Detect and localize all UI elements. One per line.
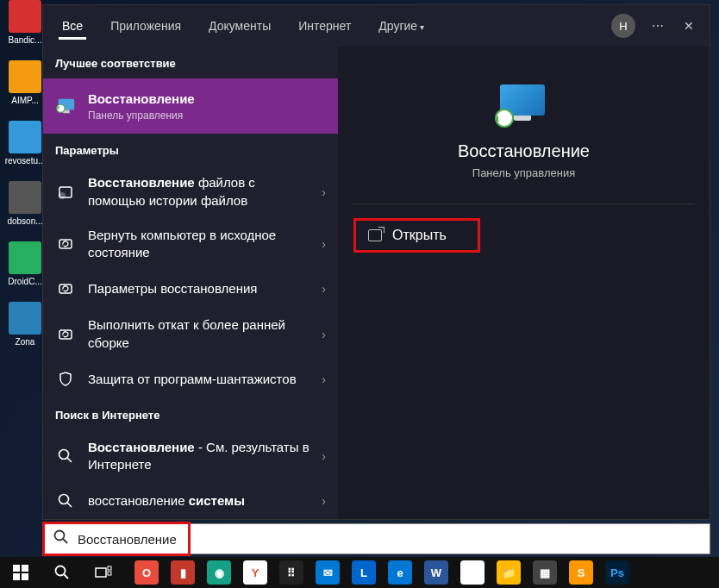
preview-icon — [500, 84, 548, 126]
app-icon — [9, 241, 41, 274]
preview-pane: Восстановление Панель управления Открыть — [338, 47, 710, 519]
desktop-icon[interactable]: dobson... — [8, 181, 42, 226]
section-best-match: Лучшее соответствие — [43, 47, 338, 78]
svg-line-23 — [64, 574, 68, 579]
app-icon — [9, 181, 41, 214]
svg-line-9 — [67, 458, 72, 462]
svg-rect-24 — [96, 568, 106, 577]
tab-apps[interactable]: Приложения — [98, 12, 193, 40]
desktop-icon[interactable]: AIMP... — [8, 60, 42, 105]
search-icon — [55, 446, 76, 466]
web-result-item[interactable]: Восстановление - См. результаты в Интерн… — [43, 430, 338, 483]
chevron-right-icon: › — [322, 185, 326, 199]
best-match-item[interactable]: Восстановление Панель управления — [43, 78, 338, 134]
param-text: Параметры восстановления — [88, 280, 309, 297]
taskbar-app-chrome[interactable]: ◎ — [460, 560, 485, 585]
desktop-icon[interactable]: Zona — [8, 302, 42, 347]
taskbar-app-explorer[interactable]: 📁 — [497, 560, 521, 585]
task-view-button[interactable] — [86, 560, 121, 585]
open-button[interactable]: Открыть — [353, 218, 480, 253]
svg-rect-19 — [22, 565, 28, 572]
param-item[interactable]: Вернуть компьютер в исходное состояние › — [43, 218, 338, 271]
app-icon — [9, 60, 41, 93]
taskbar-app-grid[interactable]: ⠿ — [279, 560, 303, 585]
best-match-text: Восстановление Панель управления — [88, 91, 326, 122]
recovery-icon — [55, 96, 76, 116]
svg-rect-21 — [22, 573, 28, 580]
app-label: dobson... — [4, 216, 46, 226]
svg-point-16 — [55, 530, 65, 540]
shield-icon — [55, 369, 76, 390]
desktop-icon[interactable]: revosetu... — [8, 121, 42, 166]
app-label: Bandic... — [4, 35, 46, 45]
divider — [353, 203, 695, 204]
svg-rect-25 — [108, 566, 111, 570]
svg-line-17 — [63, 539, 67, 543]
chevron-right-icon: › — [322, 282, 326, 296]
section-web-search: Поиск в Интернете — [43, 398, 338, 430]
taskbar-app-l-app[interactable]: L — [352, 560, 376, 585]
param-item[interactable]: Восстановление файлов с помощью истории … — [43, 166, 338, 218]
param-item[interactable]: Выполнить откат к более ранней сборке › — [43, 308, 338, 360]
web-result-item[interactable]: восстановление системы › — [43, 482, 338, 519]
chevron-right-icon: › — [322, 237, 326, 251]
taskbar-app-files[interactable]: ▮ — [171, 560, 195, 585]
open-label: Открыть — [392, 228, 447, 243]
web-result-text: Восстановление - См. результаты в Интерн… — [88, 439, 309, 474]
param-text: Восстановление файлов с помощью истории … — [88, 174, 309, 210]
close-button[interactable]: ✕ — [675, 12, 703, 40]
taskbar-app-sublime[interactable]: S — [569, 560, 593, 585]
svg-line-11 — [67, 503, 72, 507]
search-bar[interactable] — [42, 523, 710, 554]
taskbar-app-ps[interactable]: Ps — [605, 560, 629, 585]
app-label: Zona — [4, 337, 46, 347]
open-icon — [368, 229, 382, 241]
search-icon — [53, 529, 69, 549]
best-match-title: Восстановление — [88, 91, 195, 106]
svg-point-4 — [59, 192, 66, 199]
param-item[interactable]: Защита от программ-шантажистов › — [43, 360, 338, 398]
reset-icon — [55, 278, 76, 299]
param-text: Защита от программ-шантажистов — [88, 371, 309, 388]
taskbar-app-word[interactable]: W — [424, 560, 448, 585]
tab-web[interactable]: Интернет — [286, 12, 363, 40]
search-icon — [55, 491, 76, 511]
taskbar-app-opera[interactable]: O — [134, 560, 159, 585]
svg-rect-26 — [108, 572, 111, 575]
best-match-sub: Панель управления — [88, 109, 326, 122]
chevron-right-icon: › — [322, 494, 326, 508]
search-tabs: Все Приложения Документы Интернет Другие… — [43, 5, 710, 47]
taskbar-app-yandex[interactable]: Y — [243, 560, 267, 585]
search-content: Лучшее соответствие Восстановление Панел… — [43, 47, 710, 519]
taskbar-app-swirl[interactable]: ◉ — [207, 560, 231, 585]
search-input[interactable] — [78, 532, 699, 547]
taskbar-app-mail[interactable]: ✉ — [316, 560, 340, 585]
more-options-button[interactable]: ⋯ — [644, 12, 672, 40]
svg-rect-20 — [13, 573, 20, 580]
taskbar-search-button[interactable] — [45, 560, 79, 585]
search-panel: Все Приложения Документы Интернет Другие… — [42, 4, 710, 520]
app-icon — [9, 0, 41, 33]
svg-point-10 — [59, 495, 69, 504]
start-button[interactable] — [3, 560, 38, 585]
taskbar-app-ie[interactable]: e — [388, 560, 412, 585]
svg-rect-18 — [13, 565, 20, 572]
tab-all[interactable]: Все — [50, 12, 95, 40]
tab-more[interactable]: Другие — [366, 12, 436, 40]
tab-docs[interactable]: Документы — [197, 12, 283, 40]
svg-point-8 — [59, 450, 69, 460]
chevron-right-icon: › — [322, 449, 326, 463]
taskbar-app-dark[interactable]: ▦ — [533, 560, 557, 585]
param-text: Вернуть компьютер в исходное состояние — [88, 227, 309, 262]
app-label: AIMP... — [4, 96, 46, 105]
param-item[interactable]: Параметры восстановления › — [43, 270, 338, 308]
desktop-icon[interactable]: Bandic... — [8, 0, 42, 45]
app-icon — [9, 121, 41, 153]
reset-icon — [55, 234, 76, 254]
svg-point-22 — [56, 566, 66, 576]
desktop-icon[interactable]: DroidC... — [8, 241, 42, 286]
user-avatar[interactable]: Н — [611, 14, 635, 38]
chevron-right-icon: › — [322, 328, 326, 341]
section-parameters: Параметры — [43, 134, 338, 166]
param-text: Выполнить откат к более ранней сборке — [88, 316, 309, 352]
